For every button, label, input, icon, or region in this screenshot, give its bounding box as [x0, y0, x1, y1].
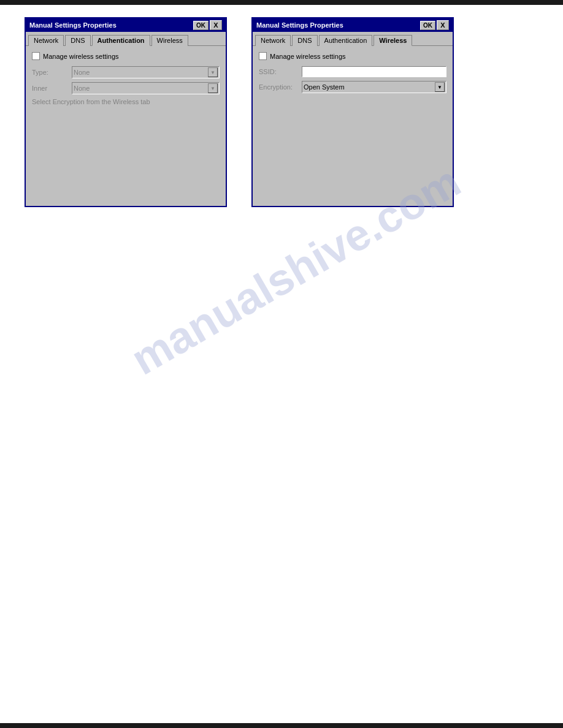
- dialog1-inner-arrow[interactable]: ▼: [208, 83, 218, 93]
- dialog2-tab-network[interactable]: Network: [255, 35, 291, 46]
- dialog1-tab-network[interactable]: Network: [28, 35, 64, 46]
- dialog1-type-row: Type: None ▼: [32, 66, 220, 78]
- dialog1-manage-wireless-label: Manage wireless settings: [43, 53, 119, 60]
- dialog2-title-buttons: OK X: [420, 20, 449, 30]
- dialog2-manage-wireless-checkbox[interactable]: [259, 52, 267, 60]
- dialog2-title: Manual Settings Properties: [256, 21, 420, 29]
- dialog2-encryption-label: Encryption:: [259, 83, 302, 91]
- dialog2-body: Manage wireless settings SSID: Encryptio…: [253, 46, 453, 103]
- dialog1-manage-wireless-checkbox[interactable]: [32, 52, 40, 60]
- dialog2-ok-button[interactable]: OK: [420, 21, 435, 30]
- dialog2-tab-wireless[interactable]: Wireless: [373, 35, 412, 46]
- dialog1-tab-wireless[interactable]: Wireless: [151, 35, 188, 46]
- dialog1: Manual Settings Properties OK X Network …: [25, 17, 227, 207]
- dialog2-manage-wireless-row: Manage wireless settings: [259, 52, 446, 60]
- dialog2-tab-authentication[interactable]: Authentication: [319, 35, 373, 46]
- dialog1-title: Manual Settings Properties: [29, 21, 193, 29]
- dialog1-tab-dns[interactable]: DNS: [65, 35, 90, 46]
- dialog1-manage-wireless-row: Manage wireless settings: [32, 52, 220, 60]
- dialog1-ok-button[interactable]: OK: [193, 21, 209, 30]
- dialog1-title-buttons: OK X: [193, 20, 222, 30]
- dialog1-close-button[interactable]: X: [210, 20, 222, 30]
- dialog1-type-label: Type:: [32, 69, 72, 76]
- dialog1-tab-authentication[interactable]: Authentication: [92, 35, 150, 46]
- dialog1-inner-label: Inner: [32, 85, 72, 92]
- dialog2-ssid-input[interactable]: [302, 66, 446, 77]
- dialog1-hint: Select Encryption from the Wireless tab: [32, 98, 220, 105]
- dialog1-inner-value: None: [74, 85, 90, 92]
- dialog2-encryption-select[interactable]: Open System ▼: [302, 81, 446, 93]
- dialog2-manage-wireless-label: Manage wireless settings: [270, 53, 346, 60]
- dialog2-encryption-value: Open System: [304, 83, 345, 91]
- dialog2: Manual Settings Properties OK X Network …: [251, 17, 454, 207]
- dialog2-tabs: Network DNS Authentication Wireless: [253, 32, 453, 46]
- dialog1-tabs: Network DNS Authentication Wireless: [26, 32, 226, 46]
- page-content: Manual Settings Properties OK X Network …: [0, 5, 563, 219]
- dialog1-type-arrow[interactable]: ▼: [208, 67, 218, 77]
- dialog2-tab-dns[interactable]: DNS: [292, 35, 317, 46]
- dialog2-ssid-row: SSID:: [259, 66, 446, 77]
- dialog2-encryption-arrow[interactable]: ▼: [435, 82, 445, 92]
- dialog1-type-value: None: [74, 69, 90, 76]
- dialog2-titlebar: Manual Settings Properties OK X: [253, 18, 453, 32]
- dialog2-encryption-row: Encryption: Open System ▼: [259, 81, 446, 93]
- dialog1-inner-row: Inner None ▼: [32, 82, 220, 94]
- dialog2-ssid-label: SSID:: [259, 68, 302, 75]
- top-bar: [0, 0, 563, 5]
- dialog1-body: Manage wireless settings Type: None ▼ In…: [26, 46, 226, 112]
- dialog1-inner-select[interactable]: None ▼: [72, 82, 220, 94]
- bottom-bar: [0, 723, 563, 728]
- dialog1-titlebar: Manual Settings Properties OK X: [26, 18, 226, 32]
- dialog2-close-button[interactable]: X: [437, 20, 449, 30]
- dialog1-type-select[interactable]: None ▼: [72, 66, 220, 78]
